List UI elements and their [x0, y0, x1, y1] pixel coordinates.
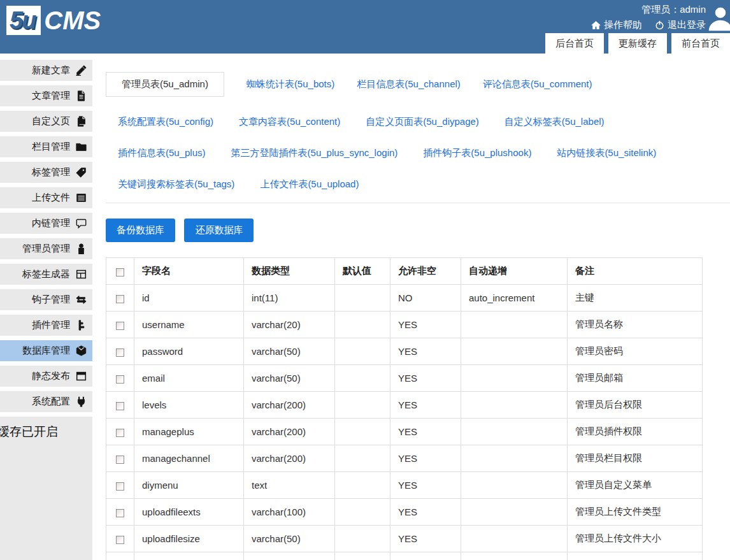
table-cell: 管理员插件权限	[568, 419, 703, 445]
sidebar-item-tag-generator[interactable]: 标签生成器	[0, 264, 92, 285]
sidebar-item-article-manage[interactable]: 文章管理	[0, 85, 92, 106]
row-checkbox[interactable]	[116, 402, 124, 410]
table-cell: text	[244, 472, 335, 499]
table-cell: YES	[390, 526, 461, 552]
table-cell: id	[134, 285, 244, 312]
table-tab-link[interactable]: 自定义标签表(5u_label)	[505, 116, 605, 128]
table-tab-link[interactable]: 插件信息表(5u_plus)	[118, 147, 206, 159]
table-tab-link[interactable]: 文章内容表(5u_content)	[239, 116, 340, 128]
row-checkbox[interactable]	[116, 375, 124, 384]
row-checkbox[interactable]	[116, 536, 124, 544]
table-cell: manageplus	[134, 419, 244, 445]
row-checkbox[interactable]	[116, 429, 124, 437]
table-tab-link[interactable]: 系统配置表(5u_config)	[118, 116, 213, 128]
table-cell: varchar(50)	[244, 338, 335, 365]
table-tab-link[interactable]: 插件钩子表(5u_plushook)	[423, 147, 531, 159]
table-cell: 管理员邮箱	[568, 365, 703, 392]
sidebar-item-hook-manage[interactable]: 钩子管理	[0, 289, 92, 310]
table-cell	[335, 472, 390, 499]
cube-icon	[76, 345, 87, 356]
restore-db-button[interactable]: 还原数据库	[184, 219, 254, 242]
table-cell	[461, 552, 568, 560]
sidebar-item-label: 栏目管理	[32, 141, 70, 153]
sidebar-item-label: 插件管理	[32, 319, 70, 331]
sidebar-item-custom-page[interactable]: 自定义页	[0, 111, 92, 132]
table-cell: auto_increment	[461, 285, 568, 312]
sidebar-item-label: 静态发布	[32, 370, 70, 382]
table-tab-link[interactable]: 关键词搜索标签表(5u_tags)	[118, 178, 234, 190]
checkbox-cell	[106, 472, 134, 499]
swap-arrows-icon	[76, 294, 87, 305]
column-header: 备注	[568, 258, 703, 285]
header-user-area: 管理员：admin 操作帮助 退出登录	[591, 3, 706, 31]
header-tab-2[interactable]: 前台首页	[671, 33, 730, 54]
row-checkbox[interactable]	[116, 509, 124, 517]
column-header: 字段名	[134, 258, 244, 285]
table-cell	[461, 338, 568, 365]
table-cell: int(11)	[244, 285, 335, 312]
column-header: 允许非空	[390, 258, 461, 285]
document-icon	[76, 90, 87, 101]
table-tab-link[interactable]: 第三方登陆插件表(5u_plus_sync_login)	[231, 147, 398, 159]
table-cell	[335, 552, 390, 560]
row-checkbox[interactable]	[116, 348, 124, 357]
db-actions: 备份数据库 还原数据库	[106, 219, 730, 242]
folder-icon	[76, 141, 87, 152]
header-tab-0[interactable]: 后台首页	[545, 33, 604, 54]
active-table-tab[interactable]: 管理员表(5u_admin)	[106, 72, 224, 97]
table-row: usernamevarchar(20)YES管理员名称	[106, 312, 703, 338]
row-checkbox[interactable]	[116, 482, 124, 491]
table-cell	[461, 365, 568, 392]
table-tab-link[interactable]: 蜘蛛统计表(5u_bots)	[247, 78, 334, 90]
sidebar-item-admin-manage[interactable]: 管理员管理	[0, 238, 92, 259]
table-cell	[335, 526, 390, 552]
checkbox-cell	[106, 419, 134, 445]
table-tab-link[interactable]: 上传文件表(5u_upload)	[260, 178, 359, 190]
logout-link-label: 退出登录	[668, 19, 706, 31]
table-tab-link[interactable]: 自定义页面表(5u_diypage)	[366, 116, 479, 128]
table-row: uploadfileextsvarchar(100)YES管理员上传文件类型	[106, 499, 703, 526]
table-cell: username	[134, 312, 244, 338]
sidebar-item-label: 内链管理	[32, 217, 70, 229]
table-cell: YES	[390, 472, 461, 499]
sidebar-item-label: 标签生成器	[22, 268, 70, 280]
row-checkbox[interactable]	[116, 456, 124, 464]
logout-link[interactable]: 退出登录	[655, 19, 706, 31]
sidebar-item-system-config[interactable]: 系统配置	[0, 391, 92, 412]
table-cell	[461, 392, 568, 419]
sidebar-item-tag-manage[interactable]: 标签管理	[0, 162, 92, 183]
table-cell: varchar(200)	[244, 445, 335, 472]
help-link[interactable]: 操作帮助	[591, 19, 642, 31]
table-tab-link[interactable]: 栏目信息表(5u_channel)	[357, 78, 461, 90]
table-tabs-row-2: 插件信息表(5u_plus)第三方登陆插件表(5u_plus_sync_logi…	[106, 147, 730, 159]
sidebar-item-new-article[interactable]: 新建文章	[0, 60, 92, 81]
table-cell: varchar(50)	[244, 365, 335, 392]
table-tab-link[interactable]: 评论信息表(5u_comment)	[483, 78, 592, 90]
page-copy-icon	[76, 116, 87, 127]
sidebar-item-static-publish[interactable]: 静态发布	[0, 366, 92, 387]
sidebar-item-inlink-manage[interactable]: 内链管理	[0, 213, 92, 234]
power-icon	[655, 20, 664, 30]
checkbox-cell	[106, 365, 134, 392]
table-row: managechannelvarchar(200)YES管理员栏目权限	[106, 445, 703, 472]
table-cell: YES	[390, 392, 461, 419]
comment-icon	[76, 218, 87, 229]
checkbox-cell	[106, 392, 134, 419]
backup-db-button[interactable]: 备份数据库	[106, 219, 175, 242]
table-row: emailvarchar(50)YES管理员邮箱	[106, 365, 703, 392]
sidebar-item-upload-file[interactable]: 上传文件	[0, 187, 92, 208]
sidebar-item-database-manage[interactable]: 数据库管理	[0, 340, 92, 361]
select-all-checkbox[interactable]	[116, 268, 124, 276]
table-tabs-row-3: 关键词搜索标签表(5u_tags)上传文件表(5u_upload)	[106, 178, 730, 190]
sidebar-item-channel-manage[interactable]: 栏目管理	[0, 136, 92, 157]
logo-suffix-text: CMS	[44, 6, 101, 35]
sidebar-item-plugin-manage[interactable]: 插件管理	[0, 315, 92, 336]
table-cell: YES	[390, 552, 461, 560]
table-cell	[335, 365, 390, 392]
header-tab-1[interactable]: 更新缓存	[608, 33, 667, 54]
table-cell: email	[134, 365, 244, 392]
row-checkbox[interactable]	[116, 295, 124, 303]
table-tab-link[interactable]: 站内链接表(5u_sitelink)	[557, 147, 656, 159]
row-checkbox[interactable]	[116, 322, 124, 330]
archive-icon	[76, 192, 87, 203]
